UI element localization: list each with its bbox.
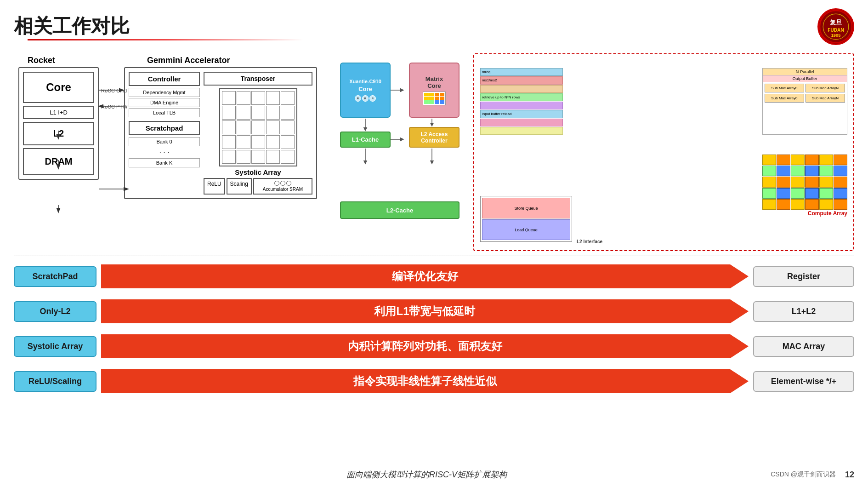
matrix-core-box: Matrix Core [409, 63, 460, 118]
comp-cell [762, 177, 776, 187]
comp-cell [791, 177, 805, 187]
reg-row-7 [480, 119, 563, 126]
comp-cell [777, 166, 790, 176]
accumulator-box: Accumulator SRAM [253, 178, 312, 195]
footer-title: 面向端侧大模型计算的RISC-V矩阵扩展架构 [83, 469, 771, 480]
register-icons: R R R [355, 95, 376, 102]
arrow-text-2: 利用L1带宽与低延时 [374, 304, 475, 319]
local-tlb-box: Local TLB [129, 108, 200, 117]
gemmini-outer: Controller Dependency Mgmt DMA Engine Lo… [124, 67, 317, 199]
header: 相关工作对比 复旦 FUDAN 1905 [0, 0, 868, 49]
comp-cell [777, 177, 790, 187]
left-label-relu: ReLU/Scaling [14, 371, 96, 392]
grid-cell [281, 120, 295, 134]
right-label-mac: MAC Array [753, 336, 854, 357]
comp-cell [791, 166, 805, 176]
arrow-container-3: 内积计算阵列对功耗、面积友好 [96, 333, 753, 360]
comp-cell [777, 188, 790, 199]
systolic-grid [219, 88, 297, 166]
comparison-row-2: Only-L2 利用L1带宽与低延时 L1+L2 [14, 298, 854, 325]
page-title: 相关工作对比 [14, 13, 317, 39]
compute-row-5 [762, 199, 847, 210]
divider [14, 256, 854, 256]
comp-cell [791, 155, 805, 165]
reg-icon-2: R [362, 95, 369, 102]
dma-engine-box: DMA Engine [129, 98, 200, 107]
comparison-row-3: Systolic Array 内积计算阵列对功耗、面积友好 MAC Array [14, 333, 854, 360]
compute-row-4 [762, 188, 847, 199]
grid-cell [266, 106, 280, 120]
comparison-section: ScratchPad 编译优化友好 Register Only-L2 利用L1带… [0, 258, 868, 407]
sub-mac-n: Sub Mac ArrayN [806, 84, 845, 92]
comp-cell [819, 188, 833, 199]
scaling-box: Scaling [227, 178, 252, 195]
reg-icon-3: R [369, 95, 376, 102]
comp-cell [805, 199, 819, 210]
comp-cell [762, 155, 776, 165]
grid-cell [222, 150, 236, 164]
rocket-box: Core L1 I+D L2 DRAM [18, 67, 99, 180]
grid-cell [281, 106, 295, 120]
n-parallel-label: N-Parallel [763, 69, 847, 75]
dots: · · · [129, 147, 200, 158]
comparison-row-4: ReLU/Scaling 指令实现非线性算子线性近似 Element-wise … [14, 368, 854, 395]
l1-cache-box: L1-Cache [340, 132, 391, 148]
grid-cell [222, 120, 236, 134]
arrow-container-4: 指令实现非线性算子线性近似 [96, 368, 753, 395]
acc-circle-2 [280, 181, 285, 186]
comp-cell [805, 177, 819, 187]
matrix-core-label: Matrix [425, 75, 443, 82]
grid-cell [237, 106, 250, 120]
comp-cell [805, 166, 819, 176]
reg-row-1: mreq [480, 68, 563, 76]
scratchpad-box: Scratchpad [129, 121, 200, 135]
systolic-col: Transposer [204, 72, 312, 195]
reg-row-4: retrieve up to N*N rows [480, 93, 563, 101]
reg-row-2: ms1/ms2 [480, 76, 563, 84]
svg-text:1905: 1905 [831, 33, 841, 38]
arrow-text-3: 内积计算阵列对功耗、面积友好 [348, 339, 502, 354]
comp-cell [819, 166, 833, 176]
rocket-label: Rocket [28, 56, 55, 65]
compute-rows [762, 155, 847, 210]
grid-cell [222, 91, 236, 105]
matrix-core-grid [423, 92, 446, 105]
grid-cell [251, 135, 265, 149]
output-buffer-label: Output Buffer [763, 75, 847, 82]
footer-source: CSDN @观千剑而识器 [771, 470, 836, 479]
acc-circle-3 [286, 181, 291, 186]
bottom-controls: ReLU Scaling Accumulator SRAM [204, 178, 312, 195]
bankk-box: Bank K [129, 158, 200, 167]
comp-cell [777, 199, 790, 210]
grid-cell [222, 106, 236, 120]
comp-cell [834, 166, 847, 176]
sub-mac-0: Sub Mac Array0 [765, 84, 804, 92]
l2-access-box: L2 Access Controller [409, 127, 460, 148]
comp-cell [762, 188, 776, 199]
xuantie-core-label: Xuantie-C910 [349, 79, 381, 84]
arrow-text-4: 指令实现非线性算子线性近似 [353, 374, 497, 389]
controller-scratchpad-col: Controller Dependency Mgmt DMA Engine Lo… [129, 72, 200, 195]
compute-row-3 [762, 177, 847, 187]
sub-mac-m0: Sub Mac Array0 [765, 94, 804, 103]
l1-box: L1 I+D [23, 106, 94, 119]
comp-cell [834, 155, 847, 165]
rocc-ptw-label: RoCC PTW [101, 104, 127, 109]
gemmini-label: Gemmini Accelerator [147, 56, 230, 65]
grid-cell [222, 135, 236, 149]
arrow-container-1: 编译优化友好 [96, 263, 753, 290]
page-number: 12 [845, 470, 854, 480]
footer-right: CSDN @观千剑而识器 12 [771, 470, 854, 480]
diagram-section: Rocket Core L1 I+D L2 DRAM RoCC Cmd RoCC… [14, 53, 326, 251]
grid-cell [237, 150, 250, 164]
relu-box: ReLU [204, 178, 225, 195]
right-label-register: Register [753, 266, 854, 287]
left-label-scratchpad: ScratchPad [14, 266, 96, 287]
grid-cell [251, 91, 265, 105]
compute-row-1 [762, 155, 847, 165]
grid-cell [251, 150, 265, 164]
left-label-only-l2: Only-L2 [14, 301, 96, 322]
grid-cell [266, 150, 280, 164]
arrow-container-2: 利用L1带宽与低延时 [96, 298, 753, 325]
controller-box: Controller [129, 72, 200, 86]
